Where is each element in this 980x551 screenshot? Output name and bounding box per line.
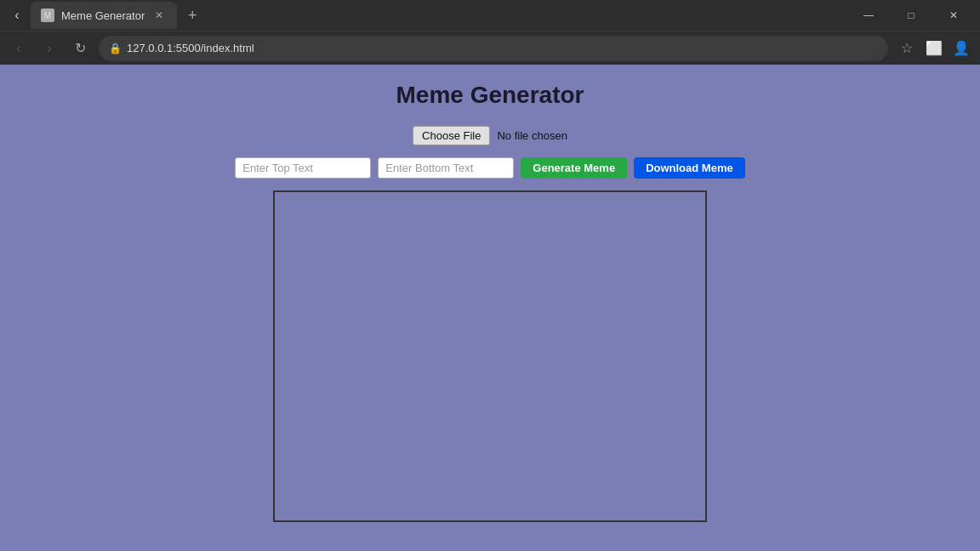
- controls-row: Generate Meme Download Meme: [235, 157, 744, 179]
- browser-tab[interactable]: M Meme Generator ✕: [31, 2, 177, 29]
- top-text-input[interactable]: [235, 157, 371, 179]
- choose-file-button[interactable]: Choose File: [413, 126, 490, 145]
- new-tab-button[interactable]: +: [180, 3, 204, 27]
- back-button[interactable]: ‹: [7, 37, 31, 60]
- page-title: Meme Generator: [396, 82, 584, 109]
- maximize-button[interactable]: □: [892, 2, 931, 29]
- close-button[interactable]: ✕: [934, 2, 973, 29]
- toolbar-right: ☆ ⬜ 👤: [895, 37, 973, 60]
- meme-canvas: [273, 190, 707, 522]
- tab-bar: ‹ M Meme Generator ✕ +: [7, 2, 849, 29]
- minimize-button[interactable]: —: [849, 2, 888, 29]
- page-content: Meme Generator Choose File No file chose…: [0, 65, 980, 551]
- reload-button[interactable]: ↻: [68, 37, 92, 60]
- bottom-text-input[interactable]: [378, 157, 514, 179]
- tab-favicon: M: [41, 9, 54, 22]
- browser-titlebar: ‹ M Meme Generator ✕ + — □ ✕: [0, 0, 980, 31]
- lock-icon: 🔒: [109, 43, 122, 54]
- download-meme-button[interactable]: Download Meme: [634, 157, 745, 179]
- window-controls: — □ ✕: [849, 2, 973, 29]
- browser-chrome: ‹ M Meme Generator ✕ + — □ ✕: [0, 0, 980, 65]
- no-file-label: No file chosen: [497, 129, 567, 142]
- extensions-button[interactable]: ⬜: [922, 37, 946, 60]
- forward-button[interactable]: ›: [37, 37, 61, 60]
- tab-scroll-button[interactable]: ‹: [7, 5, 27, 26]
- generate-meme-button[interactable]: Generate Meme: [521, 157, 627, 179]
- url-text: 127.0.0.1:5500/index.html: [127, 42, 878, 54]
- file-input-row: Choose File No file chosen: [413, 126, 567, 145]
- browser-toolbar: ‹ › ↻ 🔒 127.0.0.1:5500/index.html ☆ ⬜ 👤: [0, 31, 980, 65]
- tab-close-button[interactable]: ✕: [151, 8, 167, 23]
- tab-title: Meme Generator: [61, 9, 145, 22]
- address-bar[interactable]: 🔒 127.0.0.1:5500/index.html: [99, 36, 888, 61]
- bookmark-button[interactable]: ☆: [895, 37, 919, 60]
- profile-button[interactable]: 👤: [949, 37, 973, 60]
